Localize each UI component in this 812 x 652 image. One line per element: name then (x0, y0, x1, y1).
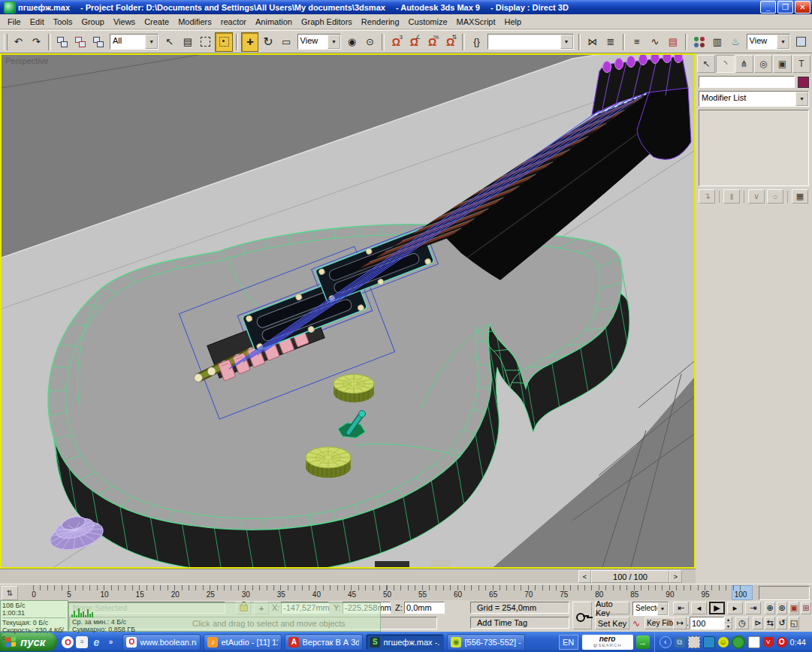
use-pivot-center-button[interactable]: ◉ (343, 32, 361, 52)
taskbar-task[interactable]: AВерстак В А 3ds ... (285, 634, 363, 650)
spinner-snap-button[interactable]: Ω⇅ (442, 32, 459, 52)
tray-collapse-chevron[interactable]: ‹ (660, 636, 672, 648)
select-and-move-button[interactable]: + (241, 32, 258, 52)
mirror-button[interactable]: ⋈ (584, 32, 601, 52)
unlink-selection-button[interactable] (72, 32, 89, 52)
chevron-down-icon[interactable]: ▼ (777, 35, 789, 49)
menu-item-modifiers[interactable]: Modifiers (174, 16, 216, 28)
align-button[interactable]: ≣ (602, 32, 619, 52)
zoom-icon[interactable]: ⊕ (765, 602, 775, 614)
add-time-tag[interactable]: Add Time Tag (470, 617, 569, 629)
percent-snap-button[interactable]: Ω% (424, 32, 441, 52)
menu-item-group[interactable]: Group (77, 16, 109, 28)
default-in-out-tangent-icon[interactable]: ∿ (632, 618, 640, 629)
current-frame-field[interactable]: 100 (690, 617, 724, 629)
toolbar-grip[interactable] (4, 34, 8, 50)
tab-motion[interactable]: ◎ (754, 55, 772, 73)
select-and-rotate-button[interactable]: ↻ (259, 32, 276, 52)
object-name-field[interactable] (699, 76, 795, 88)
chevron-down-icon[interactable]: ▼ (795, 92, 808, 106)
set-keys-button[interactable] (572, 602, 592, 629)
key-mode-toggle[interactable]: ↦ (673, 617, 687, 629)
green-flower-tray-icon[interactable] (732, 635, 745, 649)
minimize-button[interactable]: _ (760, 1, 776, 14)
curve-editor-button[interactable]: ∿ (646, 32, 663, 52)
next-frame-button[interactable]: ▸ (727, 602, 743, 614)
menu-item-customize[interactable]: Customize (404, 16, 452, 28)
previous-frame-button[interactable]: ◂ (691, 602, 707, 614)
menu-item-edit[interactable]: Edit (26, 16, 49, 28)
render-teapot-button[interactable]: ♨ (727, 32, 744, 52)
play-button[interactable]: ▶ (709, 602, 725, 614)
chevron-down-icon[interactable]: ▼ (145, 35, 158, 49)
pan-icon[interactable]: ⇆ (765, 617, 775, 629)
menu-item-maxscript[interactable]: MAXScript (452, 16, 500, 28)
menu-item-reactor[interactable]: reactor (216, 16, 251, 28)
make-unique-button[interactable]: ∨ (748, 189, 765, 204)
search-go-button[interactable]: → (636, 635, 650, 649)
named-selection-sets-button[interactable]: {} (468, 32, 485, 52)
set-key-button[interactable]: Set Key (595, 617, 629, 629)
tab-utilities[interactable]: T (792, 55, 810, 73)
selection-filter-dropdown[interactable]: All▼ (110, 34, 158, 50)
language-indicator[interactable]: EN (559, 635, 578, 650)
viewport-canvas[interactable] (2, 55, 694, 567)
named-selection-dropdown[interactable]: ▼ (488, 34, 574, 50)
tab-modify[interactable]: ◝ (716, 55, 734, 73)
menu-item-animation[interactable]: Animation (251, 16, 297, 28)
close-button[interactable]: ✕ (795, 1, 810, 14)
internet-explorer-icon[interactable]: e (90, 636, 102, 648)
maximize-viewport-icon[interactable]: ◱ (789, 617, 799, 629)
render-setup-button[interactable]: ▥ (708, 32, 726, 52)
display-tray-icon[interactable] (703, 636, 715, 648)
taskbar-task[interactable]: ♪etAudio - [11] 11 ... (204, 634, 282, 650)
reference-coordinate-dropdown[interactable]: View▼ (297, 34, 341, 50)
auto-key-button[interactable]: Auto Key (595, 602, 629, 614)
z-coordinate-field[interactable]: 0,0mm (404, 602, 445, 614)
menu-item-rendering[interactable]: Rendering (357, 16, 404, 28)
restore-button[interactable]: ❐ (777, 1, 793, 14)
chevron-down-icon[interactable]: ▼ (328, 35, 340, 49)
chevron-down-icon[interactable]: ▼ (560, 35, 573, 49)
layer-manager-button[interactable]: ≡ (628, 32, 645, 52)
key-filter-dropdown[interactable]: Selected▼ (632, 602, 669, 614)
modifier-stack-list[interactable] (699, 110, 809, 186)
pin-stack-button[interactable]: ↴ (699, 189, 715, 204)
menu-item-tools[interactable]: Tools (49, 16, 77, 28)
tab-hierarchy[interactable]: ⋔ (735, 55, 753, 73)
select-and-link-button[interactable] (54, 32, 71, 52)
material-editor-button[interactable] (690, 32, 708, 52)
modifier-list-dropdown[interactable]: Modifier List ▼ (699, 91, 809, 107)
schematic-view-button[interactable]: ▤ (664, 32, 681, 52)
undo-button[interactable]: ↶ (10, 32, 27, 52)
quick-launch-more-chevron[interactable]: » (104, 636, 116, 648)
select-and-scale-button[interactable]: ▭ (278, 32, 295, 52)
menu-item-file[interactable]: File (3, 16, 26, 28)
frame-spinner[interactable]: ▴▾ (724, 617, 732, 629)
taskbar-task[interactable]: Sпгшефж.max -... (366, 634, 444, 650)
viewport-label[interactable]: Perspective (5, 56, 48, 65)
go-to-end-button[interactable]: ⇥ (745, 602, 761, 614)
opera-tray-icon[interactable]: O (777, 637, 787, 647)
time-configuration-button[interactable]: ◷ (735, 617, 749, 629)
field-of-view-icon[interactable]: ⊳ (753, 617, 763, 629)
next-frame-arrow[interactable]: > (669, 570, 682, 583)
time-slider-handle[interactable]: < 100 / 100 > (578, 570, 682, 583)
zoom-extents-all-icon[interactable]: ⊞ (801, 602, 811, 614)
time-slider-value[interactable]: 100 / 100 (591, 570, 669, 583)
nero-search-box[interactable]: nero@SEARCH (582, 635, 633, 650)
show-end-result-button[interactable]: ‖ (723, 189, 740, 204)
arc-rotate-icon[interactable]: ↺ (777, 617, 787, 629)
white-square-tray-icon[interactable] (748, 636, 760, 648)
select-by-name-button[interactable]: ▤ (179, 32, 196, 52)
title-bar[interactable]: пгшефж.max- Project Folder: D:\Documents… (0, 0, 812, 14)
snap-toggle-3d-button[interactable]: Ω3 (388, 32, 405, 52)
track-bar[interactable]: 0510152025303540455055606570758085909510… (0, 584, 812, 600)
selection-tray-icon[interactable] (688, 636, 700, 648)
tab-create[interactable]: ↖ (697, 55, 715, 73)
menu-item-views[interactable]: Views (109, 16, 140, 28)
notes-quicklaunch-icon[interactable]: ≡ (76, 636, 88, 648)
menu-item-graph-editors[interactable]: Graph Editors (297, 16, 357, 28)
antivirus-shield-tray-icon[interactable]: V (763, 637, 774, 647)
open-mini-curve-editor-button[interactable]: ⇅ (2, 586, 18, 600)
